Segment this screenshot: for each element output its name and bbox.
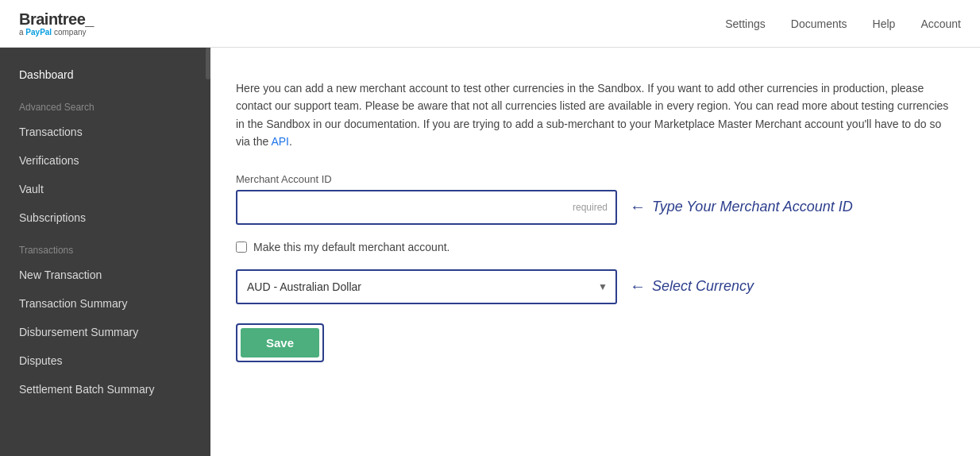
sidebar-item-verifications[interactable]: Verifications <box>0 146 210 175</box>
merchant-id-input-row: required ← Type Your Merchant Account ID <box>236 190 955 225</box>
sidebar: Dashboard Advanced Search Transactions V… <box>0 48 210 456</box>
currency-select-wrapper: AUD - Australian Dollar USD - US Dollar … <box>236 269 617 304</box>
merchant-id-annotation: ← Type Your Merchant Account ID <box>630 198 853 216</box>
currency-annotation: ← Select Currency <box>630 277 754 296</box>
documents-link[interactable]: Documents <box>791 17 847 30</box>
merchant-account-id-input[interactable] <box>236 190 617 225</box>
account-link[interactable]: Account <box>920 17 961 30</box>
sidebar-item-new-transaction[interactable]: New Transaction <box>0 261 210 289</box>
sidebar-item-transaction-summary[interactable]: Transaction Summary <box>0 289 210 318</box>
currency-select[interactable]: AUD - Australian Dollar USD - US Dollar … <box>236 269 617 304</box>
content-area: Here you can add a new merchant account … <box>210 48 980 456</box>
currency-select-row: AUD - Australian Dollar USD - US Dollar … <box>236 269 955 304</box>
sidebar-section-advanced-search: Advanced Search <box>0 89 210 118</box>
sidebar-item-disputes[interactable]: Disputes <box>0 346 210 375</box>
required-text: required <box>573 202 608 213</box>
description-text: Here you can add a new merchant account … <box>236 79 951 151</box>
scrollbar[interactable] <box>206 48 210 79</box>
sidebar-item-vault[interactable]: Vault <box>0 175 210 203</box>
api-link[interactable]: API <box>271 135 289 148</box>
help-link[interactable]: Help <box>873 17 896 30</box>
sidebar-section-transactions: Transactions <box>0 232 210 261</box>
merchant-id-input-wrapper: required <box>236 190 617 225</box>
logo-main: Braintree_ <box>19 10 94 28</box>
paypal-brand: PayPal <box>25 28 52 37</box>
sidebar-item-disbursement-summary[interactable]: Disbursement Summary <box>0 318 210 346</box>
arrow-left-icon: ← <box>630 198 646 216</box>
default-merchant-checkbox[interactable] <box>236 242 247 253</box>
sidebar-item-settlement-batch-summary[interactable]: Settlement Batch Summary <box>0 375 210 404</box>
merchant-account-id-group: Merchant Account ID required ← Type Your… <box>236 173 955 225</box>
default-merchant-checkbox-row: Make this my default merchant account. <box>236 241 955 253</box>
logo-area: Braintree_ a PayPal company <box>19 10 94 37</box>
save-button-wrapper: Save <box>236 323 324 362</box>
sidebar-item-subscriptions[interactable]: Subscriptions <box>0 203 210 232</box>
merchant-account-id-label: Merchant Account ID <box>236 173 955 185</box>
sidebar-item-transactions[interactable]: Transactions <box>0 118 210 146</box>
top-nav-links: Settings Documents Help Account <box>725 17 961 30</box>
settings-link[interactable]: Settings <box>725 17 766 30</box>
merchant-id-annotation-label: Type Your Merchant Account ID <box>652 199 853 215</box>
top-navigation: Braintree_ a PayPal company Settings Doc… <box>0 0 980 48</box>
arrow-left-currency-icon: ← <box>630 277 646 296</box>
default-merchant-label: Make this my default merchant account. <box>253 241 449 253</box>
logo-sub: a PayPal company <box>19 28 94 37</box>
save-button[interactable]: Save <box>241 328 319 357</box>
currency-annotation-label: Select Currency <box>652 278 754 295</box>
sidebar-item-dashboard[interactable]: Dashboard <box>0 60 210 89</box>
main-layout: Dashboard Advanced Search Transactions V… <box>0 48 980 456</box>
